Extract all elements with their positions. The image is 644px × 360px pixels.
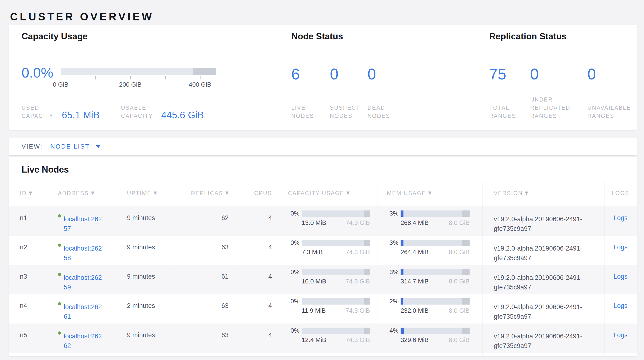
column-header-label: CAPACITY USAGE	[288, 190, 344, 196]
used-capacity-value: 65.1 MiB	[62, 110, 100, 120]
node-uptime-cell: 9 minutes	[118, 206, 175, 236]
node-address-link[interactable]: localhost:26257	[64, 214, 104, 234]
sort-desc-icon	[91, 192, 94, 195]
usage-bar-reserved-segment	[462, 298, 470, 305]
column-header-capacity-usage[interactable]: CAPACITY USAGE	[279, 183, 378, 206]
axis-tick	[95, 76, 96, 79]
node-healthy-dot-icon	[58, 331, 61, 334]
stat-value: 75	[489, 65, 530, 84]
table-row: n3localhost:262599 minutes6140%10.0 MiB7…	[9, 265, 637, 294]
usage-max-value: 8.0 GiB	[449, 278, 470, 285]
chevron-down-icon	[96, 145, 100, 148]
column-header-id[interactable]: ID	[9, 183, 48, 206]
column-header-label: MEM USAGE	[387, 190, 426, 196]
node-status-title: Node Status	[291, 32, 343, 42]
column-header-uptime[interactable]: UPTIME	[118, 183, 175, 206]
stat-label-holder: LIVE NODES	[291, 104, 330, 120]
node-address-cell: localhost:26261	[48, 294, 118, 323]
mem-usage-cell: 3%314.7 MiB8.0 GiB	[378, 265, 482, 294]
sort-desc-icon	[154, 192, 157, 195]
node-uptime-cell: 9 minutes	[118, 265, 175, 294]
node-replicas-cell: 63	[175, 294, 239, 323]
capacity-usage-cell: 0%11.9 MiB74.3 GiB	[279, 294, 378, 323]
usage-bar	[302, 328, 370, 334]
usage-max-value: 8.0 GiB	[449, 219, 470, 227]
stat-label-holder: TOTAL RANGES	[489, 104, 530, 120]
column-header-address[interactable]: ADDRESS	[48, 183, 118, 206]
replication-status-title: Replication Status	[489, 32, 566, 42]
stat-label-holder: UNAVAILABLE RANGES	[588, 104, 637, 120]
usage-bar-reserved-segment	[462, 240, 470, 246]
node-address-link[interactable]: localhost:26262	[64, 331, 104, 351]
logs-link[interactable]: Logs	[614, 273, 628, 280]
column-header-replicas[interactable]: REPLICAS	[175, 183, 239, 206]
usage-used-value: 12.4 MiB	[302, 336, 326, 344]
usage-bar-reserved-segment	[364, 298, 370, 305]
usage-used-value: 268.4 MiB	[400, 219, 428, 227]
node-version-text: v19.2.0-alpha.20190606-2491-gfe735c9a97	[494, 214, 597, 234]
live-nodes-card: Live Nodes IDADDRESSUPTIMEREPLICASCPUSCA…	[9, 157, 637, 356]
node-status-labels: LIVE NODESSUSPECT NODESDEAD NODES	[291, 104, 416, 120]
usage-bar-fill	[400, 328, 404, 334]
usage-max-value: 8.0 GiB	[449, 336, 470, 344]
live-nodes-table: IDADDRESSUPTIMEREPLICASCPUSCAPACITY USAG…	[9, 183, 637, 356]
node-version-cell: v19.2.0-alpha.20190606-2491-gfe735c9a97	[482, 323, 604, 353]
node-cpus-cell: 4	[239, 265, 279, 294]
capacity-stats: USED CAPACITY 65.1 MiB USABLE CAPACITY 4…	[22, 104, 204, 120]
logs-link[interactable]: Logs	[614, 331, 628, 339]
usage-bar	[400, 298, 470, 305]
table-title-row: Live Nodes	[9, 157, 637, 183]
stat-label: UNDER-REPLICATED RANGES	[530, 96, 584, 120]
node-cpus-cell: 4	[239, 206, 279, 236]
column-header-version[interactable]: VERSION	[482, 183, 604, 206]
node-address-cell: localhost:26258	[48, 236, 118, 265]
node-uptime-cell: 9 minutes	[118, 323, 175, 353]
axis-tick-label: 200 GiB	[111, 81, 150, 88]
usage-bar-reserved-segment	[364, 328, 370, 334]
usage-bar-fill	[400, 269, 404, 275]
usage-bar-reserved-segment	[462, 211, 470, 217]
node-uptime-cell: 9 minutes	[118, 236, 175, 265]
table-partial-next-row	[9, 353, 637, 356]
replication-status-section: Replication Status 7500 TOTAL RANGESUNDE…	[489, 25, 637, 130]
node-address-cell: localhost:26259	[48, 265, 118, 294]
node-address-link[interactable]: localhost:26261	[64, 302, 104, 321]
usage-bar-reserved-segment	[364, 269, 370, 275]
logs-link[interactable]: Logs	[614, 214, 628, 222]
table-row: n5localhost:262629 minutes6340%12.4 MiB7…	[9, 323, 637, 353]
usage-bar-fill	[400, 211, 404, 217]
table-title: Live Nodes	[22, 165, 69, 175]
axis-tick-label: 0 GiB	[42, 81, 80, 88]
stat-value: 0	[330, 65, 368, 84]
usage-bar-reserved-segment	[364, 240, 370, 246]
capacity-percent: 0.0%	[22, 65, 60, 81]
view-selector-dropdown[interactable]: NODE LIST	[50, 143, 100, 150]
node-healthy-dot-icon	[58, 302, 61, 305]
stat-value: 0	[530, 65, 588, 84]
logs-link[interactable]: Logs	[614, 302, 628, 309]
mem-usage-cell: 3%264.4 MiB8.0 GiB	[378, 236, 482, 265]
stat-value: 6	[291, 65, 330, 84]
view-selected-value[interactable]: NODE LIST	[50, 143, 90, 150]
node-replicas-cell: 62	[175, 206, 239, 236]
used-capacity-stat: USED CAPACITY 65.1 MiB	[22, 104, 121, 120]
node-address-link[interactable]: localhost:26259	[64, 273, 104, 292]
usage-bar	[400, 240, 470, 246]
usage-percent: 2%	[387, 298, 398, 305]
mem-usage-cell: 4%329.6 MiB8.0 GiB	[378, 323, 482, 353]
capacity-usage-cell: 0%12.4 MiB74.3 GiB	[279, 323, 378, 353]
node-version-text: v19.2.0-alpha.20190606-2491-gfe735c9a97	[494, 302, 597, 321]
table-body: n1localhost:262579 minutes6240%13.0 MiB7…	[9, 206, 637, 353]
usage-max-value: 8.0 GiB	[449, 248, 470, 256]
node-address-link[interactable]: localhost:26258	[64, 244, 104, 263]
node-status-values: 600	[291, 65, 416, 84]
usage-max-value: 74.3 GiB	[346, 248, 370, 256]
usage-bar	[302, 240, 370, 246]
column-header-mem-usage[interactable]: MEM USAGE	[378, 183, 482, 206]
table-header-row: IDADDRESSUPTIMEREPLICASCPUSCAPACITY USAG…	[9, 183, 637, 206]
capacity-gauge-bar	[60, 68, 216, 75]
node-id-cell: n1	[9, 206, 48, 236]
logs-link[interactable]: Logs	[614, 244, 628, 251]
usage-bar-fill	[400, 298, 403, 305]
usage-max-value: 8.0 GiB	[449, 307, 470, 314]
